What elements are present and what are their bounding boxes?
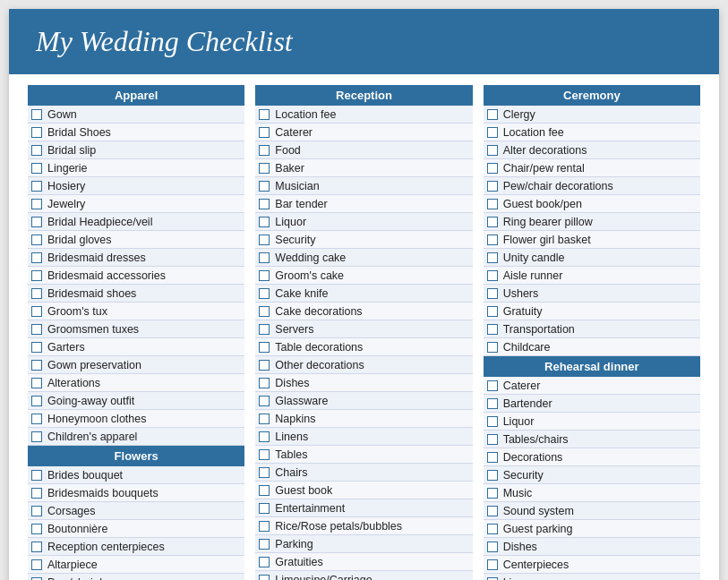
checkbox[interactable] xyxy=(259,503,270,514)
checkbox[interactable] xyxy=(487,127,498,138)
checkbox[interactable] xyxy=(259,449,270,460)
checkbox[interactable] xyxy=(259,431,270,442)
checkbox[interactable] xyxy=(31,378,42,388)
checkbox[interactable] xyxy=(31,360,42,371)
checkbox[interactable] xyxy=(487,380,498,391)
page: My Wedding Checklist ApparelGownBridal S… xyxy=(9,9,719,580)
checkbox[interactable] xyxy=(31,270,42,281)
item-label: Glassware xyxy=(275,395,328,407)
list-item: Lingerie xyxy=(28,159,244,177)
checkbox[interactable] xyxy=(487,452,498,463)
checkbox[interactable] xyxy=(487,181,498,192)
checkbox[interactable] xyxy=(259,109,270,120)
checkbox[interactable] xyxy=(487,163,498,174)
checkbox[interactable] xyxy=(487,324,498,335)
checkbox[interactable] xyxy=(31,324,42,335)
checkbox[interactable] xyxy=(487,270,498,281)
checkbox[interactable] xyxy=(259,145,270,156)
checkbox[interactable] xyxy=(259,467,270,478)
checkbox[interactable] xyxy=(259,396,270,406)
list-item: Tables xyxy=(255,446,472,464)
checkbox[interactable] xyxy=(31,217,42,227)
checkbox[interactable] xyxy=(487,434,498,445)
checkbox[interactable] xyxy=(487,577,498,581)
checkbox[interactable] xyxy=(487,506,498,516)
checkbox[interactable] xyxy=(487,252,498,263)
list-item: Cake knife xyxy=(255,285,472,303)
checkbox[interactable] xyxy=(259,163,270,174)
item-label: Sound system xyxy=(503,505,574,517)
item-label: Bridal Shoes xyxy=(47,126,111,139)
checkbox[interactable] xyxy=(31,414,42,424)
checkbox[interactable] xyxy=(31,524,42,534)
item-label: Guest book xyxy=(275,484,332,497)
list-item: Going-away outfit xyxy=(28,392,244,410)
checkbox[interactable] xyxy=(259,342,270,353)
checkbox[interactable] xyxy=(31,559,42,570)
checkbox[interactable] xyxy=(487,288,498,299)
checkbox[interactable] xyxy=(259,181,270,192)
checkbox[interactable] xyxy=(259,575,270,581)
checkbox[interactable] xyxy=(31,542,42,552)
checkbox[interactable] xyxy=(487,217,498,227)
checkbox[interactable] xyxy=(31,506,42,516)
checkbox[interactable] xyxy=(31,181,42,192)
checkbox[interactable] xyxy=(487,488,498,499)
checkbox[interactable] xyxy=(259,557,270,567)
checkbox[interactable] xyxy=(31,342,42,353)
checkbox[interactable] xyxy=(259,539,270,550)
list-item: Bridesmaid dresses xyxy=(28,249,244,267)
checkbox[interactable] xyxy=(31,288,42,299)
checkbox[interactable] xyxy=(259,378,270,388)
checkbox[interactable] xyxy=(487,542,498,552)
checkbox[interactable] xyxy=(259,217,270,227)
list-item: Entertainment xyxy=(255,499,472,517)
checkbox[interactable] xyxy=(487,306,498,317)
checkbox[interactable] xyxy=(31,470,42,481)
checkbox[interactable] xyxy=(259,521,270,532)
checkbox[interactable] xyxy=(31,577,42,581)
checkbox[interactable] xyxy=(259,288,270,299)
checkbox[interactable] xyxy=(487,524,498,534)
checkbox[interactable] xyxy=(259,252,270,263)
item-label: Liquor xyxy=(503,415,535,428)
checkbox[interactable] xyxy=(259,485,270,496)
checkbox[interactable] xyxy=(259,414,270,424)
checkbox[interactable] xyxy=(31,109,42,120)
checkbox[interactable] xyxy=(259,127,270,138)
checkbox[interactable] xyxy=(487,398,498,409)
checkbox[interactable] xyxy=(487,416,498,427)
checkbox[interactable] xyxy=(487,235,498,245)
checkbox[interactable] xyxy=(31,199,42,209)
checkbox[interactable] xyxy=(31,396,42,406)
checkbox[interactable] xyxy=(31,235,42,245)
item-label: Jewelry xyxy=(47,198,85,210)
list-item: Cake decorations xyxy=(255,303,472,320)
checkbox[interactable] xyxy=(31,488,42,499)
list-item: Corsages xyxy=(28,502,244,520)
checkbox[interactable] xyxy=(259,199,270,209)
item-label: Cake knife xyxy=(275,287,328,300)
checkbox[interactable] xyxy=(31,163,42,174)
checkbox[interactable] xyxy=(31,145,42,156)
checkbox[interactable] xyxy=(487,199,498,209)
checkbox[interactable] xyxy=(259,235,270,245)
checkbox[interactable] xyxy=(487,559,498,570)
checkbox[interactable] xyxy=(487,470,498,481)
list-item: Bridal slip xyxy=(28,141,244,159)
checkbox[interactable] xyxy=(259,324,270,335)
item-label: Ring bearer pillow xyxy=(503,216,593,228)
checkbox[interactable] xyxy=(31,252,42,263)
checkbox[interactable] xyxy=(487,342,498,353)
checkbox[interactable] xyxy=(259,270,270,281)
checkbox[interactable] xyxy=(487,145,498,156)
checkbox[interactable] xyxy=(31,431,42,442)
item-label: Bridesmaid dresses xyxy=(47,252,146,264)
checkbox[interactable] xyxy=(259,306,270,317)
checkbox[interactable] xyxy=(487,109,498,120)
list-item: Glassware xyxy=(255,392,472,410)
checkbox[interactable] xyxy=(259,360,270,371)
checkbox[interactable] xyxy=(31,306,42,317)
checkbox[interactable] xyxy=(31,127,42,138)
item-label: Linens xyxy=(275,431,308,443)
